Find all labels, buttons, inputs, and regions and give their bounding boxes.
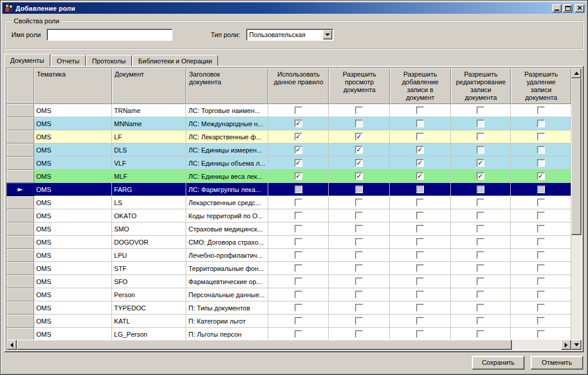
checkbox[interactable]: [416, 185, 424, 193]
checkbox[interactable]: [295, 238, 302, 246]
checkbox[interactable]: [355, 212, 363, 219]
cell-permission[interactable]: [451, 104, 511, 117]
checkbox[interactable]: [537, 106, 545, 114]
horizontal-scrollbar-track[interactable]: [17, 340, 561, 350]
cell-title[interactable]: СМО: Договора страхо...: [186, 236, 268, 249]
checkbox[interactable]: [416, 330, 424, 338]
checkbox[interactable]: [295, 199, 302, 206]
cell-permission[interactable]: [511, 262, 571, 275]
cell-permission[interactable]: [451, 117, 511, 130]
cell-title[interactable]: П: Типы документов: [186, 301, 268, 315]
cell-title[interactable]: Лечебно-профилактич...: [186, 249, 268, 262]
cell-document[interactable]: STF: [112, 262, 186, 275]
column-header[interactable]: Разрешить добавление записи в документ: [390, 68, 451, 104]
cell-document[interactable]: KATL: [112, 315, 186, 328]
cell-title[interactable]: ЛС: Международные н...: [186, 117, 268, 130]
cell-theme[interactable]: OMS: [34, 328, 112, 340]
column-header[interactable]: Документ: [112, 68, 186, 104]
cell-document[interactable]: SFO: [112, 275, 186, 288]
cell-theme[interactable]: OMS: [34, 130, 112, 144]
checkbox[interactable]: [295, 330, 302, 338]
vertical-scrollbar-thumb[interactable]: [571, 78, 581, 235]
checkbox[interactable]: [477, 251, 484, 259]
cell-document[interactable]: VLF: [112, 157, 186, 170]
cell-title[interactable]: Лекарственные средс...: [186, 196, 268, 209]
checkbox[interactable]: ✓: [477, 172, 484, 180]
checkbox[interactable]: ✓: [295, 146, 302, 154]
table-row[interactable]: OMSLSЛекарственные средс...: [7, 196, 571, 209]
cell-permission[interactable]: [390, 222, 451, 236]
checkbox[interactable]: [295, 317, 302, 325]
cell-title[interactable]: П: Льготы персон: [186, 328, 268, 340]
column-header[interactable]: Разрешить просмотр документа: [329, 68, 390, 104]
checkbox[interactable]: [477, 106, 484, 114]
checkbox[interactable]: [477, 264, 484, 272]
checkbox[interactable]: [537, 304, 545, 312]
table-row[interactable]: OMSLPUЛечебно-профилактич...: [7, 249, 571, 262]
cell-document[interactable]: TRName: [112, 104, 186, 117]
checkbox[interactable]: ✓: [295, 133, 302, 141]
cell-document[interactable]: LG_Person: [112, 328, 186, 340]
maximize-button[interactable]: [563, 4, 572, 13]
tab-libraries-operations[interactable]: Библиотеки и Операции: [132, 55, 218, 66]
cell-permission[interactable]: ✓: [451, 170, 511, 183]
scroll-left-button[interactable]: [7, 340, 17, 350]
cell-document[interactable]: Person: [112, 288, 186, 301]
cell-document[interactable]: LS: [112, 196, 186, 209]
tab-protocols[interactable]: Протоколы: [86, 55, 132, 66]
table-row[interactable]: OMSMLFЛС: Единицы веса лек...✓✓✓✓✓: [7, 170, 571, 183]
cell-permission[interactable]: [511, 196, 571, 209]
cell-permission[interactable]: ✓: [390, 157, 451, 170]
checkbox[interactable]: [477, 278, 484, 285]
role-type-select[interactable]: Пользовательская: [246, 29, 334, 41]
checkbox[interactable]: [537, 185, 545, 193]
scroll-right-button[interactable]: [561, 340, 571, 350]
row-selector[interactable]: [7, 222, 34, 236]
cell-theme[interactable]: OMS: [34, 222, 112, 236]
table-row[interactable]: OMSMNNameЛС: Международные н...✓: [7, 117, 571, 130]
cell-permission[interactable]: [268, 328, 329, 340]
table-row[interactable]: OMSTYPEDOCП: Типы документов: [7, 301, 571, 315]
cell-title[interactable]: Персональные данные...: [186, 288, 268, 301]
column-header[interactable]: Использовать данное правило: [268, 68, 329, 104]
cell-permission[interactable]: [511, 157, 571, 170]
checkbox[interactable]: [537, 278, 545, 285]
vertical-scrollbar[interactable]: [571, 68, 581, 350]
cell-permission[interactable]: ✓: [451, 157, 511, 170]
cell-theme[interactable]: OMS: [34, 262, 112, 275]
chevron-down-icon[interactable]: [323, 30, 332, 39]
checkbox[interactable]: [295, 225, 302, 233]
checkbox[interactable]: ✓: [355, 159, 363, 167]
tab-reports[interactable]: Отчеты: [51, 55, 86, 66]
checkbox[interactable]: [537, 159, 545, 167]
cell-permission[interactable]: [451, 275, 511, 288]
cell-permission[interactable]: [451, 236, 511, 249]
cell-permission[interactable]: [268, 315, 329, 328]
cell-permission[interactable]: [268, 288, 329, 301]
checkbox[interactable]: [355, 317, 363, 325]
cell-permission[interactable]: [511, 144, 571, 157]
table-row[interactable]: OMSSMOСтраховые медицинск...: [7, 222, 571, 236]
cell-permission[interactable]: [329, 262, 390, 275]
cell-permission[interactable]: [390, 196, 451, 209]
checkbox[interactable]: [477, 317, 484, 325]
table-row[interactable]: OMSPersonПерсональные данные...: [7, 288, 571, 301]
cell-permission[interactable]: [268, 222, 329, 236]
row-selector[interactable]: [7, 157, 34, 170]
row-selector[interactable]: [7, 288, 34, 301]
cell-permission[interactable]: ✓: [390, 144, 451, 157]
cell-theme[interactable]: OMS: [34, 170, 112, 183]
cell-permission[interactable]: [329, 315, 390, 328]
cell-permission[interactable]: [268, 262, 329, 275]
checkbox[interactable]: [355, 264, 363, 272]
checkbox[interactable]: [477, 133, 484, 141]
cell-title[interactable]: Фармацевтические ор...: [186, 275, 268, 288]
checkbox[interactable]: ✓: [416, 172, 424, 180]
cell-permission[interactable]: [329, 196, 390, 209]
cell-permission[interactable]: [511, 236, 571, 249]
cell-permission[interactable]: [329, 275, 390, 288]
cell-document[interactable]: SMO: [112, 222, 186, 236]
vertical-scrollbar-track[interactable]: [571, 78, 581, 340]
cell-document[interactable]: FARG: [112, 183, 186, 196]
checkbox[interactable]: [477, 185, 484, 193]
